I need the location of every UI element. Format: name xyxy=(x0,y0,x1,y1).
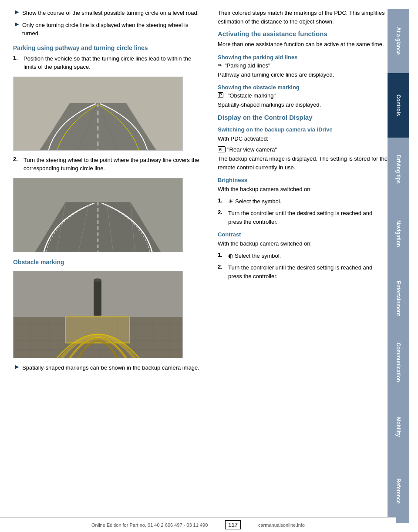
arrow-icon-3: ▶ xyxy=(15,364,19,372)
sidebar-label-at-a-glance: At a glance xyxy=(395,27,401,55)
svg-point-34 xyxy=(94,278,101,282)
arrow-icon-2: ▶ xyxy=(15,21,19,38)
switching-quoted: "Rear view camera" xyxy=(227,146,277,153)
sidebar-label-entertainment: Entertainment xyxy=(395,281,401,316)
contrast-step1-number: 1. xyxy=(218,252,225,260)
contrast-step1-content: ◐Select the symbol. xyxy=(228,252,281,260)
brightness-step2-text: Turn the controller until the desired se… xyxy=(228,209,388,226)
brightness-step1-number: 1. xyxy=(218,197,225,206)
brightness-sun-icon: ☀ xyxy=(228,198,233,205)
obstacle-bullet-text: Spatially-shaped markings can be shown i… xyxy=(22,364,199,372)
footer: Online Edition for Part no. 01 40 2 606 … xyxy=(0,517,396,532)
main-content: ▶ Show the course of the smallest possib… xyxy=(0,0,418,532)
svg-rect-33 xyxy=(94,280,101,316)
step-2-number: 2. xyxy=(13,156,20,173)
switching-heading: Switching on the backup camera via iDriv… xyxy=(218,126,388,133)
display-heading: Display on the Control Display xyxy=(218,114,388,121)
switching-icon-row: R← "Rear view camera" xyxy=(218,146,388,153)
contrast-step2-number: 2. xyxy=(218,263,225,280)
page-number: 117 xyxy=(225,520,241,529)
showing-parking-icon-row: ✏ "Parking aid lines" xyxy=(218,62,388,69)
sidebar-item-communication[interactable]: Communication xyxy=(388,330,409,395)
switching-text1: With PDC activated: xyxy=(218,135,388,143)
brightness-step2: 2. Turn the controller until the desired… xyxy=(218,209,388,226)
showing-obstacle-icon-row: P "Obstacle marking" xyxy=(218,92,388,99)
site-text: carmanualsonline.info xyxy=(258,522,305,528)
bullet-text-1: Show the course of the smallest possible… xyxy=(22,9,199,17)
brightness-step1-content: ☀Select the symbol. xyxy=(228,197,281,206)
sidebar-label-controls: Controls xyxy=(395,94,401,116)
obstacle-bullet: ▶ Spatially-shaped markings can be shown… xyxy=(13,364,205,372)
switching-text2: The backup camera image is displayed. Th… xyxy=(218,155,388,172)
sidebar-label-driving-tips: Driving tips xyxy=(395,155,401,184)
showing-obstacle-result: Spatially-shaped markings are displayed. xyxy=(218,101,388,109)
obstacle-image xyxy=(13,271,183,358)
showing-parking-quoted: "Parking aid lines" xyxy=(225,62,270,69)
sidebar-item-at-a-glance[interactable]: At a glance xyxy=(388,9,409,73)
parking-image-1 xyxy=(13,77,183,151)
sidebar-item-entertainment[interactable]: Entertainment xyxy=(388,266,409,330)
arrow-icon-1: ▶ xyxy=(15,9,19,17)
activating-heading: Activating the assistance functions xyxy=(218,30,388,37)
sidebar-label-mobility: Mobility xyxy=(395,417,401,437)
step-2: 2. Turn the steering wheel to the point … xyxy=(13,156,205,173)
bullet-2: ▶ Only one turning circle line is displa… xyxy=(13,21,205,38)
showing-obstacle-quoted: "Obstacle marking" xyxy=(228,92,276,99)
sidebar-item-navigation[interactable]: Navigation xyxy=(388,202,409,266)
showing-parking-heading: Showing the parking aid lines xyxy=(218,54,388,61)
contrast-step2: 2. Turn the controller until the desired… xyxy=(218,263,388,280)
step-1: 1. Position the vehicle so that the turn… xyxy=(13,54,205,71)
sidebar-item-mobility[interactable]: Mobility xyxy=(388,395,409,459)
sidebar-label-navigation: Navigation xyxy=(395,220,401,247)
brightness-text: With the backup camera switched on: xyxy=(218,185,388,194)
contrast-text: With the backup camera switched on: xyxy=(218,239,388,248)
parking-image-2 xyxy=(13,178,183,252)
obstacle-heading: Obstacle marking xyxy=(13,258,205,266)
rear-view-icon: R← xyxy=(218,146,226,152)
parking-aid-icon: ✏ xyxy=(218,62,222,68)
step-2-text: Turn the steering wheel to the point whe… xyxy=(24,156,205,173)
sidebar-item-driving-tips[interactable]: Driving tips xyxy=(388,138,409,202)
brightness-step1: 1. ☀Select the symbol. xyxy=(218,197,388,206)
contrast-heading: Contrast xyxy=(218,231,388,238)
step-1-text: Position the vehicle so that the turning… xyxy=(24,54,205,71)
step-1-number: 1. xyxy=(13,54,20,71)
parking-heading: Parking using pathway and turning circle… xyxy=(13,44,205,52)
sidebar-label-communication: Communication xyxy=(395,343,401,382)
online-text: Online Edition for Part no. 01 40 2 606 … xyxy=(91,522,208,528)
sidebar: At a glance Controls Driving tips Naviga… xyxy=(388,9,409,523)
showing-parking-result: Pathway and turning circle lines are dis… xyxy=(218,71,388,79)
right-column: Their colored steps match the markings o… xyxy=(213,9,388,523)
left-column: ▶ Show the course of the smallest possib… xyxy=(13,9,213,523)
sidebar-item-controls[interactable]: Controls xyxy=(388,73,409,138)
brightness-step2-number: 2. xyxy=(218,209,225,226)
sidebar-item-reference[interactable]: Reference xyxy=(388,459,409,523)
sidebar-label-reference: Reference xyxy=(395,478,401,504)
activating-text: More than one assistance function can be… xyxy=(218,40,388,49)
bullet-1: ▶ Show the course of the smallest possib… xyxy=(13,9,205,17)
obstacle-icon: P xyxy=(218,92,223,98)
contrast-step2-text: Turn the controller until the desired se… xyxy=(228,263,388,280)
intro-text: Their colored steps match the markings o… xyxy=(218,9,388,26)
brightness-heading: Brightness xyxy=(218,177,388,183)
contrast-half-circle-icon: ◐ xyxy=(228,253,233,259)
bullet-text-2: Only one turning circle line is displaye… xyxy=(22,21,205,38)
showing-obstacle-heading: Showing the obstacle marking xyxy=(218,84,388,91)
contrast-step1: 1. ◐Select the symbol. xyxy=(218,252,388,260)
